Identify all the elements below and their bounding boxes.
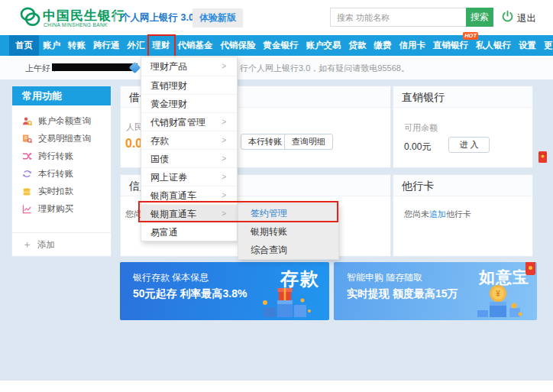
ruyibao-banner[interactable]: 智能申购 随存随取 实时提现 额度最高15万 如意宝 ¥ bbox=[334, 262, 537, 320]
other-bank-card-notice: 您尚未追加他行卡 bbox=[404, 209, 471, 220]
plus-icon: ＋ bbox=[22, 238, 32, 251]
direct-bank-panel: 直销银行 可用余额 0.00元 进 入 bbox=[393, 86, 533, 168]
header-divider: | bbox=[113, 9, 116, 22]
cross-arrows-icon bbox=[22, 151, 32, 161]
menu-item-deposits[interactable]: 存款> bbox=[141, 131, 237, 149]
welcome-message: 行个人网上银行3.0，如有疑问请致电95568。 bbox=[240, 63, 409, 74]
nav-item-credit-card[interactable]: 信用卡 bbox=[396, 35, 430, 56]
nav-item-forex[interactable]: 外汇 bbox=[124, 35, 149, 56]
nav-item-wealth[interactable]: 理财 bbox=[149, 35, 174, 56]
enter-direct-bank-button[interactable]: 进 入 bbox=[448, 137, 490, 153]
menu-item-online-securities[interactable]: 网上证券> bbox=[141, 167, 237, 186]
deposit-banner[interactable]: 银行存款 保本保息 50元起存 利率最高3.8% 存款 bbox=[120, 262, 329, 320]
sidebar-item-transaction-detail[interactable]: 交易明细查询 bbox=[12, 130, 111, 147]
greeting-bar: 上午好， 行个人网上银行3.0，如有疑问请致电95568。 bbox=[0, 56, 553, 79]
nav-item-loans[interactable]: 贷款 bbox=[345, 35, 370, 56]
menu-item-label: 国债 bbox=[150, 154, 169, 164]
sidebar-item-label: 本行转账 bbox=[38, 168, 73, 180]
chevron-right-icon: > bbox=[222, 131, 226, 150]
intrabank-transfer-button[interactable]: 本行转账 bbox=[241, 134, 289, 150]
sidebar-item-label: 理财购买 bbox=[38, 203, 73, 215]
wealth-dropdown-menu: 理财产品> 直销理财 黄金理财 代销财富管理> 存款> 国债> 网上证券> 银商… bbox=[141, 57, 238, 241]
add-other-card-link[interactable]: 追加 bbox=[429, 209, 446, 219]
person-magnifier-icon bbox=[22, 116, 32, 126]
other-bank-card-title: 他行卡 bbox=[393, 175, 532, 196]
available-balance-label: 可用余额 bbox=[404, 122, 438, 134]
try-new-version-button[interactable]: 体验新版 bbox=[192, 8, 243, 28]
submenu-item-bank-futures-transfer[interactable]: 银期转账 bbox=[238, 222, 338, 241]
menu-item-label: 银期直通车 bbox=[150, 209, 196, 219]
notice-pre: 您尚未 bbox=[404, 209, 429, 219]
other-bank-card-panel: 他行卡 您尚未追加他行卡 bbox=[393, 174, 533, 257]
menu-item-label: 网上证券 bbox=[150, 172, 187, 183]
nav-item-account-trade[interactable]: 账户交易 bbox=[302, 35, 345, 56]
sidebar-item-balance-query[interactable]: 账户余额查询 bbox=[12, 112, 111, 130]
menu-item-yifutong[interactable]: 易富通 bbox=[141, 222, 237, 241]
page: 中国民生银行 CHINA MINSHENG BANK | 个人网上银行 3.0 … bbox=[0, 0, 553, 392]
menu-item-label: 易富通 bbox=[150, 227, 178, 238]
submenu-item-signing-management[interactable]: 签约管理 bbox=[238, 204, 338, 222]
common-functions-title: 常用功能 bbox=[12, 86, 111, 105]
bank-logo-icon bbox=[18, 5, 43, 31]
direct-bank-title: 直销银行 bbox=[393, 86, 532, 108]
chevron-right-icon: > bbox=[222, 57, 226, 76]
futures-express-submenu: 签约管理 银期转账 综合查询 bbox=[238, 203, 339, 260]
common-functions-panel: 常用功能 账户余额查询 交易明细查询 跨行转账 本行转账 实时扣款 bbox=[11, 86, 112, 257]
red-envelope-icon[interactable] bbox=[538, 151, 547, 166]
circular-arrows-icon bbox=[22, 169, 32, 179]
nav-item-interbank[interactable]: 跨行通 bbox=[89, 35, 124, 56]
sidebar-item-interbank-transfer[interactable]: 跨行转账 bbox=[12, 147, 111, 165]
menu-item-agency-wealth[interactable]: 代销财富管理> bbox=[141, 112, 237, 131]
nav-item-direct-bank-label: 直销银行 bbox=[433, 40, 468, 51]
nav-item-gold[interactable]: 黄金银行 bbox=[260, 35, 302, 56]
menu-item-label: 直销理财 bbox=[150, 80, 187, 91]
line-chart-icon bbox=[22, 204, 32, 214]
nav-item-private-bank[interactable]: 私人银行 bbox=[472, 35, 515, 56]
nav-item-settings[interactable]: 设置 bbox=[515, 35, 540, 56]
coin-podium-illustration: ¥ bbox=[470, 282, 529, 320]
search-button[interactable]: 搜索 bbox=[466, 8, 493, 27]
menu-item-label: 存款 bbox=[150, 135, 169, 146]
query-detail-button[interactable]: 查询明细 bbox=[284, 134, 333, 150]
banner-line2: 实时提现 额度最高15万 bbox=[347, 287, 458, 301]
coins-icon bbox=[22, 186, 32, 196]
menu-item-bank-futures-express[interactable]: 银期直通车> bbox=[141, 204, 237, 222]
menu-item-bank-commodity-express[interactable]: 银商直通车> bbox=[141, 186, 237, 204]
nav-item-insurance[interactable]: 代销保险 bbox=[217, 35, 260, 56]
nav-item-transfer[interactable]: 转账 bbox=[64, 35, 89, 56]
submenu-item-comprehensive-query[interactable]: 综合查询 bbox=[238, 241, 338, 259]
sidebar-item-label: 跨行转账 bbox=[38, 151, 73, 162]
chevron-right-icon: > bbox=[222, 113, 226, 131]
nav-item-accounts[interactable]: 账户 bbox=[39, 35, 64, 56]
menu-item-treasury-bonds[interactable]: 国债> bbox=[141, 149, 237, 167]
menu-item-label: 理财产品 bbox=[150, 61, 187, 72]
menu-item-wealth-products[interactable]: 理财产品> bbox=[141, 57, 237, 76]
search-input[interactable] bbox=[330, 8, 466, 27]
main-nav: 首页 账户 转账 跨行通 外汇 理财 代销基金 代销保险 黄金银行 账户交易 贷… bbox=[0, 35, 553, 56]
banner-line1: 智能申购 随存随取 bbox=[347, 271, 422, 284]
product-title: 个人网上银行 3.0 bbox=[121, 11, 194, 24]
sidebar-item-wealth-purchase[interactable]: 理财购买 bbox=[12, 200, 111, 218]
notice-post: 他行卡 bbox=[446, 209, 471, 219]
menu-item-label: 代销财富管理 bbox=[150, 117, 205, 128]
menu-item-direct-wealth[interactable]: 直销理财 bbox=[141, 76, 237, 94]
add-function-button[interactable]: ＋ 添加 bbox=[12, 232, 111, 256]
nav-item-more[interactable]: 更多 bbox=[540, 35, 553, 56]
power-icon bbox=[501, 10, 514, 26]
available-balance-value: 0.00元 bbox=[404, 141, 431, 154]
redacted-username bbox=[52, 63, 137, 71]
menu-item-label: 黄金理财 bbox=[150, 99, 187, 109]
corner-badge bbox=[526, 262, 535, 275]
nav-item-direct-bank[interactable]: 直销银行 HOT bbox=[429, 35, 472, 56]
nav-item-home[interactable]: 首页 bbox=[9, 35, 39, 56]
sidebar-item-intrabank-transfer[interactable]: 本行转账 bbox=[12, 165, 111, 183]
chevron-right-icon: > bbox=[222, 168, 226, 186]
menu-item-gold-wealth[interactable]: 黄金理财 bbox=[141, 94, 237, 112]
nav-item-payments[interactable]: 缴费 bbox=[370, 35, 396, 56]
top-header: 中国民生银行 CHINA MINSHENG BANK | 个人网上银行 3.0 … bbox=[0, 0, 553, 35]
sidebar-item-realtime-debit[interactable]: 实时扣款 bbox=[12, 183, 111, 200]
logout-button[interactable]: 退出 bbox=[517, 12, 536, 25]
nav-item-funds[interactable]: 代销基金 bbox=[174, 35, 217, 56]
chevron-right-icon: > bbox=[222, 205, 226, 223]
chevron-right-icon: > bbox=[222, 186, 226, 205]
